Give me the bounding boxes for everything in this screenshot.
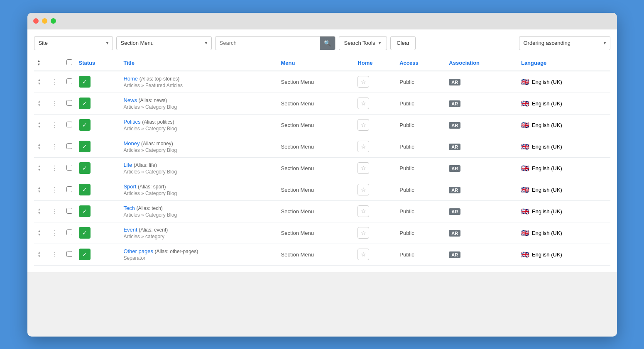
search-tools-button[interactable]: Search Tools ▼ (339, 36, 387, 50)
row-sort-down: ▼ (38, 255, 41, 258)
language-flag-cell: 🇬🇧 English (UK) (521, 186, 607, 194)
drag-cell[interactable]: ⋮ (47, 244, 63, 265)
row-checkbox[interactable] (66, 143, 72, 149)
drag-handle-icon[interactable]: ⋮ (50, 78, 60, 85)
status-badge[interactable]: ✓ (79, 205, 91, 217)
row-sort-down: ▼ (38, 125, 41, 129)
item-type: Articles » Category Blog (123, 169, 274, 175)
minimize-button[interactable] (42, 18, 47, 24)
row-checkbox[interactable] (66, 165, 72, 171)
drag-handle-icon[interactable]: ⋮ (50, 143, 60, 150)
select-all-checkbox[interactable] (66, 59, 72, 65)
status-col-header[interactable]: Status (76, 55, 120, 71)
sort-cell: ▲ ▼ (34, 157, 47, 179)
item-title-link[interactable]: Other pages (Alias: other-pages) (123, 248, 198, 254)
association-col-header[interactable]: Association (446, 55, 518, 71)
table-row: ▲ ▼ ⋮ ✓ Tech (Alias: tech) Articles » Ca… (34, 200, 610, 222)
language-cell: 🇬🇧 English (UK) (518, 244, 610, 265)
language-col-header[interactable]: Language (518, 55, 610, 71)
drag-handle-icon[interactable]: ⋮ (50, 229, 60, 237)
item-alias: (Alias: news) (139, 98, 167, 103)
row-checkbox[interactable] (66, 78, 72, 84)
drag-cell[interactable]: ⋮ (47, 114, 63, 136)
item-title-link[interactable]: Sport (Alias: sport) (123, 183, 166, 190)
row-sort-up: ▲ (38, 100, 41, 103)
title-col-header[interactable]: Title (120, 55, 277, 71)
drag-cell[interactable]: ⋮ (47, 179, 63, 200)
row-checkbox[interactable] (66, 208, 72, 214)
item-title-link[interactable]: Politics (Alias: politics) (123, 119, 174, 125)
drag-handle-icon[interactable]: ⋮ (50, 186, 60, 193)
table-row: ▲ ▼ ⋮ ✓ Sport (Alias: sport) Articles » … (34, 179, 610, 200)
home-star-button[interactable]: ☆ (358, 141, 369, 152)
home-star-button[interactable]: ☆ (358, 249, 369, 260)
item-alias: (Alias: other-pages) (155, 249, 198, 254)
row-sort-up: ▲ (38, 186, 41, 190)
home-star-button[interactable]: ☆ (358, 227, 369, 239)
search-button[interactable]: 🔍 (320, 36, 335, 50)
menu-col-header[interactable]: Menu (278, 55, 355, 71)
status-badge[interactable]: ✓ (79, 249, 91, 260)
drag-cell[interactable]: ⋮ (47, 71, 63, 93)
item-title-link[interactable]: Tech (Alias: tech) (123, 205, 162, 211)
home-star-button[interactable]: ☆ (358, 205, 369, 217)
ar-badge: AR (449, 230, 460, 237)
item-title-link[interactable]: Home (Alias: top-stories) (123, 76, 179, 82)
item-title-link[interactable]: Event (Alias: event) (123, 227, 168, 233)
access-col-header[interactable]: Access (396, 55, 446, 71)
row-sort-icons: ▲ ▼ (38, 251, 41, 258)
item-alias: (Alias: life) (134, 162, 157, 168)
drag-cell[interactable]: ⋮ (47, 200, 63, 222)
drag-handle-icon[interactable]: ⋮ (50, 208, 60, 215)
title-cell: Life (Alias: life) Articles » Category B… (120, 157, 277, 179)
row-checkbox[interactable] (66, 186, 72, 192)
home-col-header[interactable]: Home (354, 55, 396, 71)
item-title-link[interactable]: Life (Alias: life) (123, 162, 157, 168)
row-sort-icons: ▲ ▼ (38, 165, 41, 172)
drag-cell[interactable]: ⋮ (47, 157, 63, 179)
status-badge[interactable]: ✓ (79, 98, 91, 109)
status-badge[interactable]: ✓ (79, 141, 91, 152)
title-cell: Politics (Alias: politics) Articles » Ca… (120, 114, 277, 136)
status-cell: ✓ (76, 157, 120, 179)
search-input[interactable] (215, 37, 320, 49)
search-tools-label: Search Tools (344, 40, 375, 46)
row-sort-down: ▼ (38, 147, 41, 150)
status-badge[interactable]: ✓ (79, 162, 91, 174)
drag-handle-icon[interactable]: ⋮ (50, 165, 60, 172)
row-checkbox[interactable] (66, 122, 72, 127)
close-button[interactable] (33, 18, 39, 24)
section-menu-select[interactable]: Section Menu (116, 36, 212, 50)
home-star-button[interactable]: ☆ (358, 162, 369, 174)
row-checkbox-cell (63, 200, 76, 222)
item-title-link[interactable]: News (Alias: news) (123, 97, 167, 103)
status-badge[interactable]: ✓ (79, 76, 91, 88)
row-checkbox[interactable] (66, 100, 72, 106)
ordering-select[interactable]: Ordering ascending (519, 36, 610, 50)
status-badge[interactable]: ✓ (79, 227, 91, 239)
drag-cell[interactable]: ⋮ (47, 93, 63, 114)
home-star-button[interactable]: ☆ (358, 119, 369, 131)
language-flag-cell: 🇬🇧 English (UK) (521, 78, 607, 86)
clear-button[interactable]: Clear (390, 36, 416, 50)
drag-cell[interactable]: ⋮ (47, 136, 63, 157)
maximize-button[interactable] (51, 18, 56, 24)
item-title-link[interactable]: Money (Alias: money) (123, 140, 173, 146)
language-cell: 🇬🇧 English (UK) (518, 71, 610, 93)
home-star-button[interactable]: ☆ (358, 98, 369, 109)
language-label: English (UK) (532, 79, 562, 85)
drag-handle-icon[interactable]: ⋮ (50, 100, 60, 107)
drag-handle-icon[interactable]: ⋮ (50, 251, 60, 258)
home-star-button[interactable]: ☆ (358, 184, 369, 195)
row-checkbox[interactable] (66, 251, 72, 257)
access-cell: Public (396, 71, 446, 93)
site-select[interactable]: Site (34, 36, 113, 50)
home-star-button[interactable]: ☆ (358, 76, 369, 88)
drag-handle-icon[interactable]: ⋮ (50, 122, 60, 129)
status-badge[interactable]: ✓ (79, 184, 91, 195)
drag-cell[interactable]: ⋮ (47, 222, 63, 244)
status-badge[interactable]: ✓ (79, 119, 91, 131)
menu-cell: Section Menu (278, 200, 355, 222)
row-checkbox[interactable] (66, 229, 72, 235)
main-content: Site ▼ Section Menu ▼ 🔍 Search Tools ▼ C… (27, 29, 617, 272)
